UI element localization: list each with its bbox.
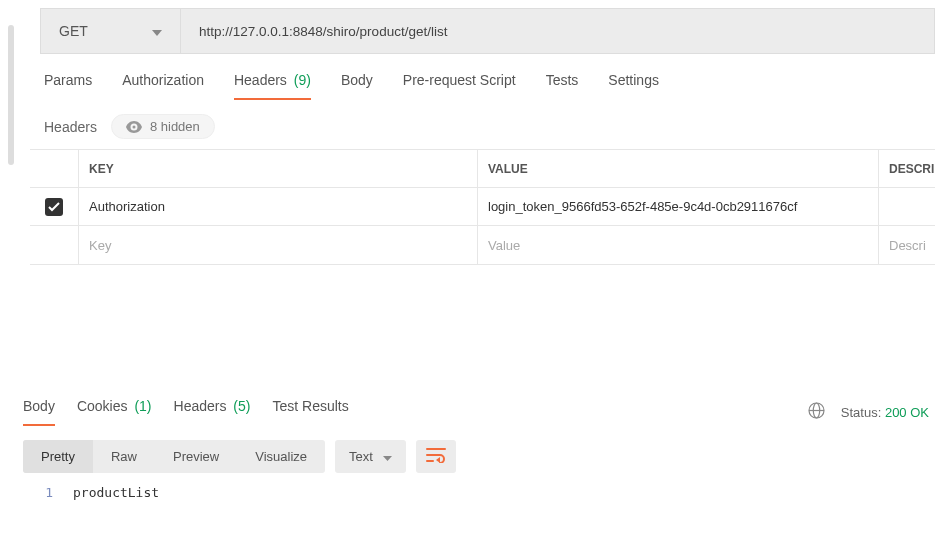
- tab-prerequest[interactable]: Pre-request Script: [403, 72, 516, 100]
- headers-title: Headers: [44, 119, 97, 135]
- chevron-down-icon: [383, 449, 392, 464]
- row-desc[interactable]: [879, 188, 935, 225]
- response-body-code[interactable]: 1 productList: [23, 485, 935, 500]
- response-meta: Status: 200 OK: [808, 402, 929, 422]
- format-dropdown[interactable]: Text: [335, 440, 406, 473]
- response-top: Body Cookies (1) Headers (5) Test Result…: [23, 398, 935, 426]
- headers-subbar: Headers 8 hidden: [44, 114, 935, 139]
- row-key[interactable]: Authorization: [78, 188, 478, 225]
- tab-settings[interactable]: Settings: [608, 72, 659, 100]
- hidden-label: 8 hidden: [150, 119, 200, 134]
- visualize-button[interactable]: Visualize: [237, 440, 325, 473]
- chevron-down-icon: [152, 23, 162, 39]
- preview-button[interactable]: Preview: [155, 440, 237, 473]
- eye-icon: [126, 121, 142, 133]
- tab-authorization[interactable]: Authorization: [122, 72, 204, 100]
- row-desc-placeholder[interactable]: Descri: [879, 226, 935, 264]
- row-checkbox-cell[interactable]: [30, 226, 78, 264]
- row-key-placeholder[interactable]: Key: [78, 226, 478, 264]
- tab-tests[interactable]: Tests: [546, 72, 579, 100]
- line-content: productList: [73, 485, 159, 500]
- response-area: Body Cookies (1) Headers (5) Test Result…: [23, 398, 935, 500]
- status-label: Status: 200 OK: [841, 405, 929, 420]
- resp-tab-headers[interactable]: Headers (5): [174, 398, 251, 426]
- check-header-cell: [30, 150, 78, 187]
- resp-tab-cookies[interactable]: Cookies (1): [77, 398, 152, 426]
- method-label: GET: [59, 23, 88, 39]
- line-number: 1: [23, 485, 73, 500]
- status-value: 200 OK: [885, 405, 929, 420]
- wrap-icon: [426, 447, 446, 466]
- headers-table: KEY VALUE DESCRI Authorization login_tok…: [30, 149, 935, 265]
- pretty-button[interactable]: Pretty: [23, 440, 93, 473]
- resp-tab-body[interactable]: Body: [23, 398, 55, 426]
- response-toolbar: Pretty Raw Preview Visualize Text: [23, 440, 935, 473]
- globe-icon[interactable]: [808, 402, 825, 422]
- table-row: Authorization login_token_9566fd53-652f-…: [30, 188, 935, 226]
- key-header: KEY: [78, 150, 478, 187]
- raw-button[interactable]: Raw: [93, 440, 155, 473]
- row-value[interactable]: login_token_9566fd53-652f-485e-9c4d-0cb2…: [478, 188, 879, 225]
- url-text: http://127.0.0.1:8848/shiro/product/get/…: [199, 24, 447, 39]
- code-line: 1 productList: [23, 485, 935, 500]
- view-mode-group: Pretty Raw Preview Visualize: [23, 440, 325, 473]
- row-value-placeholder[interactable]: Value: [478, 226, 879, 264]
- headers-table-head: KEY VALUE DESCRI: [30, 150, 935, 188]
- method-select[interactable]: GET: [41, 9, 181, 53]
- tab-headers[interactable]: Headers (9): [234, 72, 311, 100]
- request-bar: GET http://127.0.0.1:8848/shiro/product/…: [40, 8, 935, 54]
- value-header: VALUE: [478, 150, 879, 187]
- desc-header: DESCRI: [879, 150, 935, 187]
- left-scrollbar[interactable]: [8, 25, 14, 165]
- response-tabs: Body Cookies (1) Headers (5) Test Result…: [23, 398, 349, 426]
- tab-params[interactable]: Params: [44, 72, 92, 100]
- url-input[interactable]: http://127.0.0.1:8848/shiro/product/get/…: [181, 9, 934, 53]
- wrap-lines-button[interactable]: [416, 440, 456, 473]
- request-tabs: Params Authorization Headers (9) Body Pr…: [44, 72, 935, 100]
- table-row: Key Value Descri: [30, 226, 935, 264]
- hidden-headers-toggle[interactable]: 8 hidden: [111, 114, 215, 139]
- main-panel: GET http://127.0.0.1:8848/shiro/product/…: [30, 0, 935, 265]
- resp-tab-testresults[interactable]: Test Results: [272, 398, 348, 426]
- checkbox-checked-icon: [45, 198, 63, 216]
- row-checkbox-cell[interactable]: [30, 188, 78, 225]
- tab-body[interactable]: Body: [341, 72, 373, 100]
